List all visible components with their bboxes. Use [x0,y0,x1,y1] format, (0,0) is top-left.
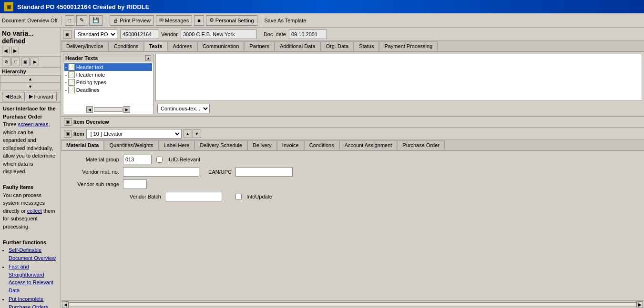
header-texts-panel: Header Texts ▴ • 📄 Header text • 📄 Heade… [63,54,153,114]
tree-scroll-track [94,107,123,112]
tab-delivery-invoice[interactable]: Delivery/Invoice [61,41,109,51]
item-nav-down[interactable]: ▼ [193,129,201,138]
sidebar-no-variant: No varia…defined ◀ ▶ [0,28,61,57]
item-tab-account-assignment[interactable]: Account Assignment [339,140,398,150]
toolbar-icon-3[interactable]: 💾 [89,15,102,26]
further-functions-list: Self-Definable Document Overview Fast an… [9,246,58,308]
app-icon: ▣ [4,2,13,11]
link-incomplete-po[interactable]: Put Incomplete Purchase Orders "On Hold" [9,296,48,308]
tab-texts[interactable]: Texts [144,41,168,51]
texts-tree: • 📄 Header text • 📄 Header note • 📄 Pric… [63,62,153,105]
tab-additional-data[interactable]: Additional Data [275,41,321,51]
sidebar-config-icon-1[interactable]: ⚙ [2,58,10,66]
info-update-checkbox[interactable] [235,194,242,200]
doc-overview-btn[interactable]: Document Overview Off [2,18,58,23]
collect-link[interactable]: collect [27,208,42,214]
sidebar-arrow-expand[interactable]: ▶ [31,58,39,66]
sidebar-config-icon-2[interactable]: □ [11,58,20,66]
link-fast-access[interactable]: Fast and Straightforward Access to Relev… [9,264,53,293]
po-type-select[interactable]: Standard PO [74,30,117,39]
bottom-scroll-left[interactable]: ◀ [62,301,69,308]
item-tab-quantities-weights[interactable]: Quantities/Weights [104,140,158,150]
vendor-batch-input[interactable] [165,192,222,201]
vendor-mat-row: Vendor mat. no. EAN/UPC [67,167,638,177]
panel-title-label: Header Texts [65,55,98,61]
screen-areas-link[interactable]: screen areas [18,121,49,127]
tab-org-data[interactable]: Org. Data [321,41,354,51]
tab-status[interactable]: Status [354,41,379,51]
tab-partners[interactable]: Partners [244,41,275,51]
tree-item-deadlines[interactable]: • 📄 Deadlines [64,86,152,94]
po-number-field[interactable] [120,30,158,39]
sidebar-scroll-up[interactable]: ▲ [0,75,61,83]
item-label: Item [73,131,84,137]
panel-expand-btn[interactable]: ▴ [145,55,151,61]
item-tab-delivery-schedule[interactable]: Delivery Schedule [194,140,247,150]
item-selector[interactable]: [ 10 ] Elevator [86,129,182,139]
item-tab-label-here[interactable]: Label Here [159,140,195,150]
text-editor-panel[interactable] [155,54,642,101]
vendor-sub-range-input[interactable] [123,179,147,189]
bullet-icon-4: • [65,88,67,92]
item-tab-material-data[interactable]: Material Data [61,140,104,150]
print-icon: 🖨 [113,18,118,23]
window-title: Standard PO 4500012164 Created by RIDDLE [17,3,149,10]
toolbar-icon-4[interactable]: ■ [194,15,204,26]
po-type-icon[interactable]: ▣ [63,30,72,39]
tree-scroll-right[interactable]: ▶ [123,106,130,113]
bottom-scroll-right[interactable]: ▶ [636,301,643,308]
hierarchy-label: Hierarchy [0,68,61,75]
content-area: ▣ Standard PO Vendor Doc. date Delivery/… [61,28,644,308]
po-vendor-field[interactable] [181,30,257,39]
po-header: ▣ Standard PO Vendor Doc. date [61,28,644,41]
tree-item-pricing-types[interactable]: • 📄 Pricing types [64,79,152,86]
iuid-checkbox[interactable] [156,157,163,163]
item-nav-up[interactable]: ▲ [184,129,192,138]
iuid-label: IUID-Relevant [167,157,200,162]
item-tab-delivery[interactable]: Delivery [247,140,277,150]
toolbar-icon-1[interactable]: □ [65,15,75,26]
sidebar-right-arrow[interactable]: ▶ [11,47,19,54]
ean-upc-input[interactable] [235,167,293,177]
item-tab-purchase-order[interactable]: Purchase Order [397,140,445,150]
back-btn[interactable]: ◀ Back [2,92,25,101]
tab-conditions[interactable]: Conditions [109,41,144,51]
material-form: Material group IUID-Relevant Vendor mat.… [61,151,644,300]
doc-icon-4: 📄 [68,87,75,93]
item-overview-icon: ▣ [64,118,72,126]
text-edit-area: Continuous-tex... [155,54,642,114]
item-tab-conditions[interactable]: Conditions [304,140,339,150]
print-preview-btn[interactable]: 🖨 Print Preview [110,15,154,26]
personal-setting-btn[interactable]: ⚙ Personal Setting [206,15,257,26]
save-as-template-btn[interactable]: Save As Template [265,18,307,23]
close-btn[interactable]: ✖ Close [58,92,61,101]
doc-date-label: Doc. date [264,31,286,37]
faulty-items-body: You can process system messages directly… [3,191,58,231]
material-group-input[interactable] [123,155,152,164]
tab-payment-processing[interactable]: Payment Processing [379,41,438,51]
toolbar-icon-2[interactable]: ✎ [76,15,87,26]
panel-title: Header Texts ▴ [63,54,153,62]
tab-address[interactable]: Address [168,41,197,51]
vendor-sub-range-label: Vendor sub-range [67,181,119,187]
sidebar-scroll-down[interactable]: ▼ [0,83,61,90]
continuous-text-select[interactable]: Continuous-tex... [157,104,210,113]
bottom-scroll-track[interactable] [69,302,636,307]
link-self-definable[interactable]: Self-Definable Document Overview [9,247,56,261]
tree-item-header-text[interactable]: • 📄 Header text [64,63,152,71]
sidebar-arrows: ◀ ▶ [2,47,59,54]
tree-item-header-note[interactable]: • 📄 Header note [64,71,152,79]
messages-btn[interactable]: ✉ Messages [156,15,192,26]
item-tab-invoice[interactable]: Invoice [277,140,304,150]
sidebar-left-arrow[interactable]: ◀ [2,47,10,54]
bullet-icon: • [65,65,67,70]
forward-btn[interactable]: ▶ Forward [26,92,56,101]
vendor-mat-input[interactable] [123,167,199,177]
no-variant-text: No varia…defined [2,30,59,45]
further-functions-title: Further functions [3,238,58,247]
po-date-field[interactable] [289,30,327,39]
tree-scroll-left[interactable]: ◀ [86,106,93,113]
sidebar-toolbar: ⚙ □ ▣ ▶ [0,57,61,68]
sidebar-config-icon-3[interactable]: ▣ [21,58,30,66]
tab-communication[interactable]: Communication [197,41,244,51]
